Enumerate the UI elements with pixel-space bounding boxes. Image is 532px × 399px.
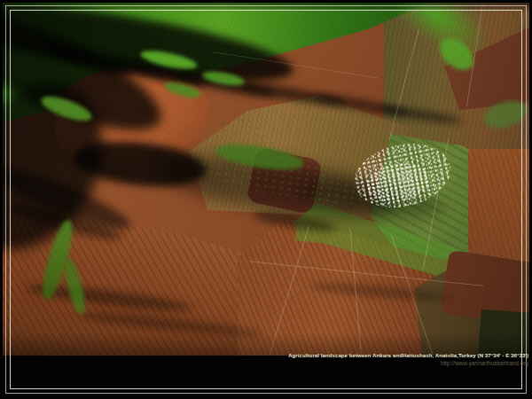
caption-title: Agricultural landscape between Ankara an… bbox=[288, 353, 528, 360]
photo-credit-url: http://www.yannarthusbertrand.org bbox=[288, 360, 528, 367]
caption: Agricultural landscape between Ankara an… bbox=[288, 353, 528, 367]
wallpaper: Agricultural landscape between Ankara an… bbox=[0, 0, 532, 399]
aerial-photo bbox=[3, 3, 529, 356]
photo-vignette bbox=[3, 3, 529, 356]
